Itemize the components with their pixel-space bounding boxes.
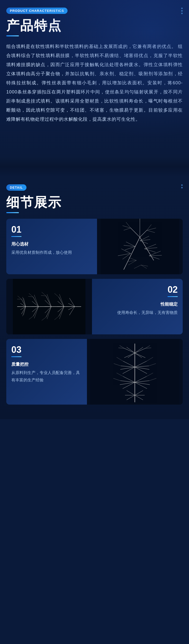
- card-1-image: [97, 219, 183, 274]
- card-1-number: 01: [11, 225, 92, 234]
- card-3-text: 03 质量把控 从原料到生产，专业人员配备完善，具有丰富的生产经验: [6, 339, 87, 405]
- card-1-text: 01 用心选材 采用优良材质制作而成，放心使用: [6, 219, 97, 274]
- detail-title-underline: [6, 212, 19, 213]
- card-1-subtitle: 用心选材: [11, 241, 92, 247]
- detail-card-2: 02 性能稳定 使用寿命长，无异味，无有害物质: [6, 279, 183, 334]
- product-description: 组合填料是在软性填料和半软性填料的基础上发展而成的，它兼有两者的优点。 组合填料…: [6, 42, 183, 124]
- section-divider: [0, 157, 189, 177]
- dot-2: [181, 10, 183, 12]
- dot-3: [181, 13, 183, 14]
- card-2-number: 02: [168, 285, 178, 294]
- card-3-subtitle: 质量把控: [11, 361, 82, 368]
- title-underline: [6, 35, 19, 36]
- card-3-image: [87, 339, 183, 405]
- detail-more-dots[interactable]: [181, 184, 183, 188]
- card-2-divider: [168, 296, 178, 297]
- detail-card-1: 01 用心选材 采用优良材质制作而成，放心使用: [6, 219, 183, 274]
- detail-title: 细节展示: [6, 195, 183, 210]
- card-3-description: 从原料到生产，专业人员配备完善，具有丰富的生产经验: [11, 369, 82, 384]
- product-badge: PRODUCT CHARACTERISTICS: [6, 8, 68, 14]
- card-2-description: 使用寿命长，无异味，无有害物质: [117, 309, 178, 316]
- card-2-image: [6, 279, 92, 334]
- detail-section: DETAIL 细节展示 01 用心选材 采用优良材质制作而成，放心使用: [0, 177, 189, 419]
- card-3-img-placeholder: [87, 339, 183, 405]
- dot-1: [181, 8, 183, 9]
- product-characteristics-section: PRODUCT CHARACTERISTICS 产品特点 组合填料是在软性填料和…: [0, 0, 189, 157]
- product-title: 产品特点: [6, 18, 183, 33]
- card-1-divider: [11, 236, 21, 237]
- card-2-text: 02 性能稳定 使用寿命长，无异味，无有害物质: [92, 279, 183, 334]
- card-1-description: 采用优良材质制作而成，放心使用: [11, 249, 92, 256]
- card-1-img-placeholder: [97, 219, 183, 274]
- detail-badge: DETAIL: [6, 184, 26, 191]
- more-options-dots[interactable]: [181, 8, 183, 14]
- card-2-subtitle: 性能稳定: [161, 301, 178, 308]
- detail-dot-1: [181, 184, 183, 186]
- detail-card-3: 03 质量把控 从原料到生产，专业人员配备完善，具有丰富的生产经验: [6, 339, 183, 405]
- card-3-divider: [11, 356, 21, 357]
- detail-dot-2: [181, 187, 183, 188]
- card-3-number: 03: [11, 345, 82, 354]
- card-2-img-placeholder: [6, 279, 92, 334]
